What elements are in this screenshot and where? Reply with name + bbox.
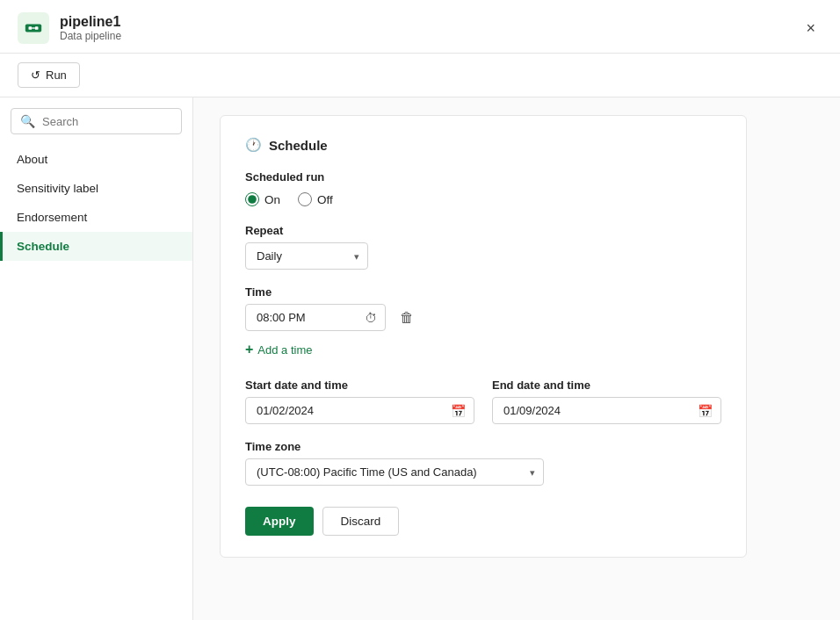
radio-on-label[interactable]: On <box>245 192 280 206</box>
header: pipeline1 Data pipeline × <box>0 0 840 54</box>
scheduled-run-radio-group: On Off <box>245 192 721 206</box>
time-label: Time <box>245 285 721 299</box>
time-group: Time ⏱ 🗑 + Add a time <box>245 285 721 363</box>
app-title: pipeline1 <box>60 14 121 30</box>
sidebar-item-endorsement[interactable]: Endorsement <box>0 203 192 232</box>
run-button[interactable]: ↺ Run <box>18 62 80 88</box>
repeat-group: Repeat Daily Weekly Monthly ▾ <box>245 224 721 270</box>
close-button[interactable]: × <box>799 16 822 41</box>
sidebar-item-sensitivity-label[interactable]: Sensitivity label <box>0 174 192 203</box>
radio-on-text: On <box>264 193 280 206</box>
header-title-group: pipeline1 Data pipeline <box>60 14 121 42</box>
radio-off[interactable] <box>298 192 312 206</box>
sidebar-item-schedule[interactable]: Schedule <box>0 232 192 261</box>
end-date-input-wrapper: 📅 <box>492 397 721 424</box>
svg-rect-1 <box>29 26 33 30</box>
apply-button[interactable]: Apply <box>245 507 314 536</box>
action-row: Apply Discard <box>245 507 721 536</box>
end-date-label: End date and time <box>492 378 721 392</box>
plus-icon: + <box>245 342 253 357</box>
app-subtitle: Data pipeline <box>60 30 121 42</box>
start-date-input-wrapper: 📅 <box>245 397 474 424</box>
radio-off-text: Off <box>317 193 333 206</box>
header-left: pipeline1 Data pipeline <box>18 12 121 44</box>
time-row: ⏱ 🗑 <box>245 304 721 331</box>
radio-on[interactable] <box>245 192 259 206</box>
svg-rect-2 <box>35 26 39 30</box>
run-icon: ↺ <box>31 68 40 82</box>
add-time-label: Add a time <box>257 343 312 357</box>
end-date-calendar-icon[interactable]: 📅 <box>698 404 713 418</box>
card-title: Schedule <box>269 138 328 153</box>
sidebar: 🔍 About Sensitivity label Endorsement Sc… <box>0 97 193 620</box>
start-date-calendar-icon[interactable]: 📅 <box>451 404 466 418</box>
repeat-select-wrapper: Daily Weekly Monthly ▾ <box>245 242 368 270</box>
toolbar: ↺ Run <box>0 54 840 97</box>
app-icon <box>18 12 49 44</box>
time-input[interactable] <box>245 304 386 331</box>
add-time-button[interactable]: + Add a time <box>245 336 313 363</box>
timezone-label: Time zone <box>245 440 721 453</box>
scheduled-run-group: Scheduled run On Off <box>245 170 721 206</box>
repeat-label: Repeat <box>245 224 721 237</box>
timezone-select[interactable]: (UTC-08:00) Pacific Time (US and Canada)… <box>245 458 544 486</box>
schedule-card: 🕐 Schedule Scheduled run On Off <box>220 115 747 558</box>
card-header: 🕐 Schedule <box>245 137 721 153</box>
sidebar-item-about[interactable]: About <box>0 145 192 174</box>
start-date-field: Start date and time 📅 <box>245 378 474 424</box>
discard-button[interactable]: Discard <box>322 507 400 536</box>
search-icon: 🔍 <box>20 114 35 128</box>
search-box[interactable]: 🔍 <box>11 108 182 134</box>
radio-off-label[interactable]: Off <box>298 192 333 206</box>
delete-time-button[interactable]: 🗑 <box>393 306 421 329</box>
date-row: Start date and time 📅 End date and time … <box>245 378 721 424</box>
timezone-wrapper: (UTC-08:00) Pacific Time (US and Canada)… <box>245 458 544 486</box>
scheduled-run-label: Scheduled run <box>245 170 721 184</box>
main-layout: 🔍 About Sensitivity label Endorsement Sc… <box>0 97 840 620</box>
time-input-wrapper: ⏱ <box>245 304 386 331</box>
timezone-group: Time zone (UTC-08:00) Pacific Time (US a… <box>245 440 721 486</box>
end-date-field: End date and time 📅 <box>492 378 721 424</box>
start-date-label: Start date and time <box>245 378 474 392</box>
end-date-input[interactable] <box>492 397 721 424</box>
repeat-select[interactable]: Daily Weekly Monthly <box>245 242 368 270</box>
search-input[interactable] <box>42 115 172 128</box>
run-label: Run <box>46 68 67 82</box>
content-area: 🕐 Schedule Scheduled run On Off <box>193 97 840 620</box>
start-date-input[interactable] <box>245 397 474 424</box>
clock-icon: 🕐 <box>245 137 262 153</box>
